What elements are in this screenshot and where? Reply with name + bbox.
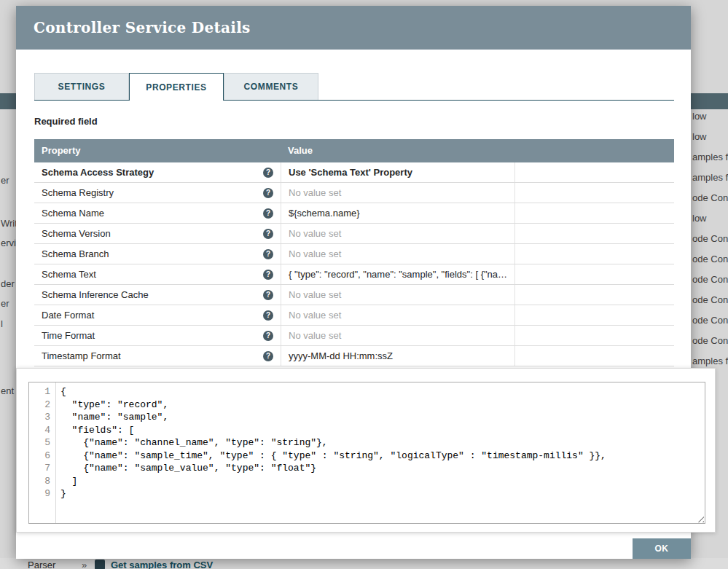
- property-name-cell: Schema Access Strategy ?: [34, 162, 281, 182]
- property-row: Time Format ? No value set: [34, 326, 674, 346]
- property-row: Timestamp Format ? yyyy-MM-dd HH:mm:ssZ: [34, 346, 674, 366]
- property-name-cell: Schema Registry ?: [34, 183, 281, 203]
- dialog-header: Controller Service Details: [16, 6, 691, 50]
- property-value-cell[interactable]: yyyy-MM-dd HH:mm:ssZ: [281, 346, 514, 366]
- property-extra-cell: [514, 183, 674, 203]
- property-extra-cell: [514, 346, 674, 366]
- column-header-value: Value: [281, 139, 514, 162]
- property-name: Schema Access Strategy: [42, 167, 154, 178]
- help-icon[interactable]: ?: [263, 229, 273, 239]
- property-value-cell[interactable]: No value set: [281, 326, 514, 345]
- property-extra-cell: [514, 326, 674, 345]
- property-name-cell: Schema Text ?: [34, 264, 281, 284]
- property-extra-cell: [514, 244, 674, 264]
- property-value-cell[interactable]: ${schema.name}: [281, 203, 514, 223]
- property-row: Schema Text ? { "type": "record", "name"…: [34, 264, 674, 285]
- property-name: Schema Version: [42, 228, 111, 239]
- property-name: Schema Text: [42, 269, 96, 280]
- property-extra-cell: [514, 162, 674, 182]
- help-icon[interactable]: ?: [263, 331, 273, 341]
- property-name-cell: Timestamp Format ?: [34, 346, 281, 366]
- code-line: "fields": [: [60, 424, 702, 437]
- property-name-cell: Schema Branch ?: [34, 244, 281, 264]
- line-number: 9: [29, 487, 55, 501]
- help-icon[interactable]: ?: [263, 188, 273, 198]
- property-name-cell: Time Format ?: [34, 326, 281, 345]
- line-number: 2: [29, 399, 55, 412]
- help-icon[interactable]: ?: [263, 310, 273, 321]
- column-header-extra: [514, 139, 674, 162]
- code-line: {"name": "channel_name", "type": "string…: [60, 436, 702, 450]
- schema-text-value-viewer: 1 2 3 4 5 6 7 8 9 { "type": "re: [16, 368, 716, 533]
- help-icon[interactable]: ?: [263, 351, 273, 361]
- line-number: 3: [29, 411, 55, 424]
- property-value-cell[interactable]: No value set: [281, 224, 514, 243]
- code-line: "type": "record",: [60, 399, 702, 412]
- line-number: 8: [29, 475, 55, 488]
- line-number: 1: [29, 385, 55, 399]
- line-number: 5: [29, 436, 55, 450]
- property-extra-cell: [514, 264, 674, 284]
- property-row: Schema Name ? ${schema.name}: [34, 203, 674, 224]
- property-name: Time Format: [42, 330, 95, 341]
- help-icon[interactable]: ?: [263, 208, 273, 219]
- help-icon[interactable]: ?: [263, 290, 273, 300]
- tab[interactable]: SETTINGS: [34, 73, 129, 100]
- dialog-title: Controller Service Details: [34, 19, 251, 36]
- property-row: Schema Branch ? No value set: [34, 244, 674, 264]
- property-row: Schema Registry ? No value set: [34, 183, 674, 203]
- required-field-legend: Required field: [34, 116, 674, 127]
- property-name-cell: Schema Inference Cache ?: [34, 285, 281, 305]
- code-line: {"name": "sample_time", "type" : { "type…: [60, 450, 702, 463]
- line-number: 6: [29, 450, 55, 463]
- property-name: Schema Name: [42, 208, 104, 219]
- property-value-cell[interactable]: No value set: [281, 285, 514, 305]
- properties-table-header: Property Value: [34, 139, 674, 162]
- properties-table: Property Value Schema Access Strategy ? …: [34, 139, 674, 366]
- code-content[interactable]: { "type": "record", "name": "sample", "f…: [56, 382, 705, 523]
- property-extra-cell: [514, 285, 674, 305]
- property-extra-cell: [514, 203, 674, 223]
- code-line: "name": "sample",: [60, 411, 702, 424]
- line-number: 4: [29, 424, 55, 437]
- property-row: Date Format ? No value set: [34, 305, 674, 326]
- code-line: }: [60, 487, 702, 501]
- property-name: Schema Registry: [42, 187, 114, 198]
- property-name-cell: Schema Name ?: [34, 203, 281, 223]
- tab[interactable]: COMMENTS: [224, 73, 318, 100]
- property-row: Schema Version ? No value set: [34, 224, 674, 244]
- ok-button[interactable]: OK: [633, 538, 691, 559]
- property-name-cell: Date Format ?: [34, 305, 281, 325]
- property-name: Date Format: [42, 310, 94, 321]
- property-row: Schema Access Strategy ? Use 'Schema Tex…: [34, 162, 674, 183]
- property-value-cell[interactable]: Use 'Schema Text' Property: [281, 162, 514, 182]
- code-line: ]: [60, 475, 702, 488]
- property-name-cell: Schema Version ?: [34, 224, 281, 243]
- help-icon[interactable]: ?: [263, 249, 273, 259]
- property-value-cell[interactable]: No value set: [281, 305, 514, 325]
- property-extra-cell: [514, 224, 674, 243]
- line-number: 7: [29, 462, 55, 475]
- code-editor: 1 2 3 4 5 6 7 8 9 { "type": "re: [28, 382, 705, 524]
- property-name: Timestamp Format: [42, 350, 121, 361]
- property-value-cell[interactable]: { "type": "record", "name": "sample", "f…: [281, 264, 514, 284]
- column-header-property: Property: [34, 139, 281, 162]
- code-line: {: [60, 385, 702, 399]
- line-number-gutter: 1 2 3 4 5 6 7 8 9: [29, 382, 56, 523]
- code-line: {"name": "sample_value", "type": "float"…: [60, 462, 702, 475]
- property-name: Schema Branch: [42, 248, 109, 259]
- property-value-cell[interactable]: No value set: [281, 183, 514, 203]
- help-icon[interactable]: ?: [263, 270, 273, 280]
- tab-bar: SETTINGS PROPERTIES COMMENTS: [34, 73, 674, 101]
- tab[interactable]: PROPERTIES: [129, 73, 224, 101]
- help-icon[interactable]: ?: [263, 168, 273, 178]
- property-row: Schema Inference Cache ? No value set: [34, 285, 674, 305]
- property-extra-cell: [514, 305, 674, 325]
- property-name: Schema Inference Cache: [42, 289, 149, 300]
- property-value-cell[interactable]: No value set: [281, 244, 514, 264]
- dialog-body: SETTINGS PROPERTIES COMMENTS Required fi…: [16, 73, 691, 366]
